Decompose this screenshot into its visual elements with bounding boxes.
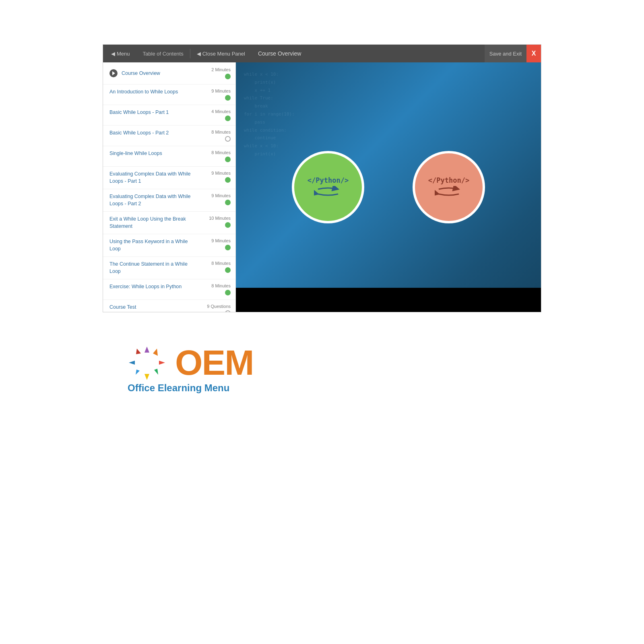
toc-label-exit-break: Exit a While Loop Using the Break Statem…	[109, 216, 202, 230]
status-dot-pass	[225, 245, 231, 250]
toc-label-eval-complex-2: Evaluating Complex Data with While Loops…	[109, 193, 202, 207]
status-dot-continue	[225, 267, 231, 273]
status-dot-eval-1	[225, 177, 231, 183]
status-dot-complete	[225, 74, 231, 79]
menu-button[interactable]: ◀ Menu	[103, 45, 136, 62]
toc-item-eval-complex-2[interactable]: Evaluating Complex Data with While Loops…	[103, 189, 235, 212]
toc-label-basic-2: Basic While Loops - Part 2	[109, 130, 202, 137]
svg-marker-4	[144, 374, 149, 380]
video-bottom-bar	[236, 288, 541, 312]
toc-label: Table of Contents	[136, 51, 190, 57]
logo-section: OEM Office Elearning Menu	[103, 345, 541, 394]
status-dot-basic-1	[225, 116, 231, 121]
play-icon	[109, 69, 118, 77]
main-content: while x < 10: print(x) x += 1 while True…	[236, 62, 541, 312]
toc-item-eval-complex-1[interactable]: Evaluating Complex Data with While Loops…	[103, 167, 235, 189]
status-dot-exercise	[225, 290, 231, 295]
content-area: Course Overview 2 Minutes An Introductio…	[103, 62, 541, 312]
status-dot-break	[225, 222, 231, 228]
toc-label-intro: An Introduction to While Loops	[109, 89, 202, 96]
oem-tagline: Office Elearning Menu	[127, 382, 229, 394]
status-dot-single-line	[225, 157, 231, 162]
salmon-python-circle: </Python/>	[413, 151, 485, 223]
status-dot-test	[225, 310, 231, 312]
green-python-circle: </Python/>	[292, 151, 364, 223]
svg-marker-1	[153, 349, 158, 356]
salmon-loop-arrows	[435, 186, 463, 198]
svg-marker-3	[154, 369, 158, 375]
svg-marker-2	[159, 361, 165, 365]
toc-item-exit-break[interactable]: Exit a While Loop Using the Break Statem…	[103, 212, 235, 234]
close-x-button[interactable]: X	[526, 45, 541, 62]
close-panel-button[interactable]: ◀ Close Menu Panel	[190, 45, 252, 62]
salmon-python-label: </Python/>	[428, 176, 469, 184]
toc-label-pass-keyword: Using the Pass Keyword in a While Loop	[109, 238, 202, 252]
toc-item-course-test[interactable]: Course Test 9 Questions	[103, 300, 235, 312]
toc-label-single-line: Single-line While Loops	[109, 150, 202, 157]
toc-label-course-overview: Course Overview	[122, 70, 202, 76]
oem-text: OEM	[175, 345, 253, 380]
svg-marker-6	[129, 361, 135, 365]
status-dot-intro	[225, 95, 231, 101]
svg-marker-0	[144, 347, 149, 353]
video-background: while x < 10: print(x) x += 1 while True…	[236, 62, 541, 312]
toc-item-single-line[interactable]: Single-line While Loops 8 Minutes	[103, 146, 235, 167]
save-exit-button[interactable]: Save and Exit	[485, 45, 526, 62]
toc-item-basic-1[interactable]: Basic While Loops - Part 1 4 Minutes	[103, 105, 235, 126]
top-nav: ◀ Menu Table of Contents ◀ Close Menu Pa…	[103, 45, 541, 62]
green-loop-arrows	[314, 186, 342, 198]
toc-item-continue[interactable]: The Continue Statement in a While Loop 8…	[103, 257, 235, 279]
oem-logo: OEM	[127, 345, 253, 381]
toc-item-basic-2[interactable]: Basic While Loops - Part 2 8 Minutes	[103, 126, 235, 146]
svg-marker-5	[136, 369, 140, 375]
toc-item-exercise[interactable]: Exercise: While Loops in Python 8 Minute…	[103, 279, 235, 300]
app-container: ◀ Menu Table of Contents ◀ Close Menu Pa…	[103, 44, 541, 312]
toc-label-eval-complex-1: Evaluating Complex Data with While Loops…	[109, 171, 202, 185]
toc-label-basic-1: Basic While Loops - Part 1	[109, 109, 202, 116]
course-overview-nav-label: Course Overview	[252, 50, 308, 57]
svg-marker-7	[136, 349, 141, 354]
status-dot-eval-2	[225, 200, 231, 205]
toc-item-pass-keyword[interactable]: Using the Pass Keyword in a While Loop 9…	[103, 234, 235, 257]
toc-label-course-test: Course Test	[109, 304, 202, 311]
oem-arrows-icon	[127, 345, 167, 381]
toc-label-continue: The Continue Statement in a While Loop	[109, 261, 202, 275]
toc-item-course-overview[interactable]: Course Overview 2 Minutes	[103, 62, 235, 85]
green-python-label: </Python/>	[308, 176, 349, 184]
status-dot-basic-2	[225, 136, 231, 142]
toc-label-exercise: Exercise: While Loops in Python	[109, 283, 202, 291]
sidebar: Course Overview 2 Minutes An Introductio…	[103, 62, 236, 312]
toc-item-intro[interactable]: An Introduction to While Loops 9 Minutes	[103, 85, 235, 105]
circles-container: </Python/>	[292, 151, 485, 223]
